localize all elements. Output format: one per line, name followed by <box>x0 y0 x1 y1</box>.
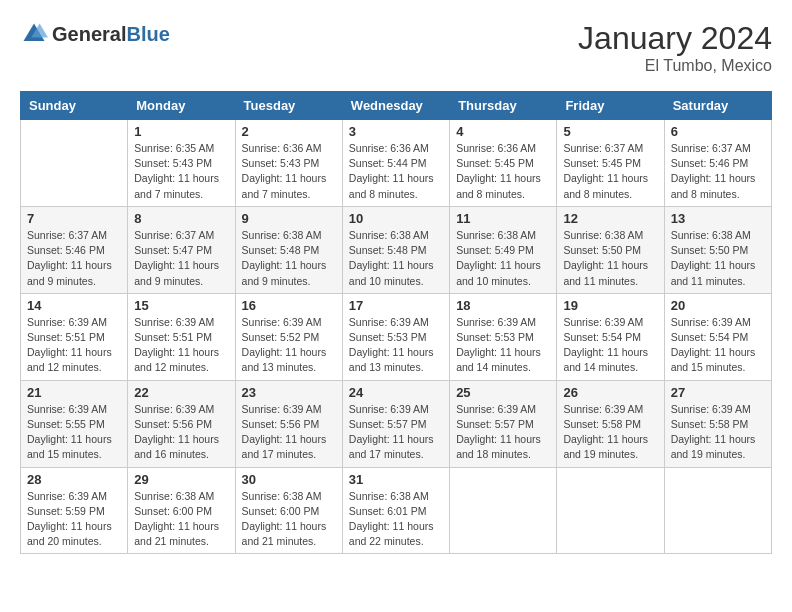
day-info: Sunrise: 6:38 AM Sunset: 6:01 PM Dayligh… <box>349 489 443 550</box>
calendar-cell: 15Sunrise: 6:39 AM Sunset: 5:51 PM Dayli… <box>128 293 235 380</box>
day-number: 19 <box>563 298 657 313</box>
title-block: January 2024 El Tumbo, Mexico <box>578 20 772 75</box>
logo-text: GeneralBlue <box>52 23 170 46</box>
day-info: Sunrise: 6:37 AM Sunset: 5:46 PM Dayligh… <box>27 228 121 289</box>
weekday-header-cell: Saturday <box>664 92 771 120</box>
day-number: 11 <box>456 211 550 226</box>
calendar-cell: 8Sunrise: 6:37 AM Sunset: 5:47 PM Daylig… <box>128 206 235 293</box>
calendar-body: 1Sunrise: 6:35 AM Sunset: 5:43 PM Daylig… <box>21 120 772 554</box>
calendar-cell: 29Sunrise: 6:38 AM Sunset: 6:00 PM Dayli… <box>128 467 235 554</box>
weekday-header-cell: Thursday <box>450 92 557 120</box>
calendar-cell: 16Sunrise: 6:39 AM Sunset: 5:52 PM Dayli… <box>235 293 342 380</box>
calendar-cell: 6Sunrise: 6:37 AM Sunset: 5:46 PM Daylig… <box>664 120 771 207</box>
weekday-header-cell: Wednesday <box>342 92 449 120</box>
weekday-header-cell: Friday <box>557 92 664 120</box>
day-info: Sunrise: 6:39 AM Sunset: 5:54 PM Dayligh… <box>563 315 657 376</box>
weekday-header-cell: Monday <box>128 92 235 120</box>
day-number: 13 <box>671 211 765 226</box>
day-info: Sunrise: 6:36 AM Sunset: 5:45 PM Dayligh… <box>456 141 550 202</box>
day-info: Sunrise: 6:39 AM Sunset: 5:52 PM Dayligh… <box>242 315 336 376</box>
day-info: Sunrise: 6:39 AM Sunset: 5:56 PM Dayligh… <box>242 402 336 463</box>
day-number: 26 <box>563 385 657 400</box>
calendar-row: 1Sunrise: 6:35 AM Sunset: 5:43 PM Daylig… <box>21 120 772 207</box>
day-number: 2 <box>242 124 336 139</box>
day-info: Sunrise: 6:39 AM Sunset: 5:58 PM Dayligh… <box>563 402 657 463</box>
calendar-cell: 17Sunrise: 6:39 AM Sunset: 5:53 PM Dayli… <box>342 293 449 380</box>
calendar-cell: 20Sunrise: 6:39 AM Sunset: 5:54 PM Dayli… <box>664 293 771 380</box>
day-number: 6 <box>671 124 765 139</box>
calendar-cell: 28Sunrise: 6:39 AM Sunset: 5:59 PM Dayli… <box>21 467 128 554</box>
logo-general: General <box>52 23 126 45</box>
day-number: 17 <box>349 298 443 313</box>
day-number: 3 <box>349 124 443 139</box>
day-info: Sunrise: 6:39 AM Sunset: 5:58 PM Dayligh… <box>671 402 765 463</box>
calendar-cell: 25Sunrise: 6:39 AM Sunset: 5:57 PM Dayli… <box>450 380 557 467</box>
calendar-cell: 5Sunrise: 6:37 AM Sunset: 5:45 PM Daylig… <box>557 120 664 207</box>
day-number: 4 <box>456 124 550 139</box>
calendar-cell: 14Sunrise: 6:39 AM Sunset: 5:51 PM Dayli… <box>21 293 128 380</box>
weekday-header-cell: Sunday <box>21 92 128 120</box>
day-info: Sunrise: 6:39 AM Sunset: 5:57 PM Dayligh… <box>456 402 550 463</box>
day-number: 14 <box>27 298 121 313</box>
day-number: 23 <box>242 385 336 400</box>
calendar-cell: 24Sunrise: 6:39 AM Sunset: 5:57 PM Dayli… <box>342 380 449 467</box>
weekday-header-row: SundayMondayTuesdayWednesdayThursdayFrid… <box>21 92 772 120</box>
weekday-header-cell: Tuesday <box>235 92 342 120</box>
day-number: 1 <box>134 124 228 139</box>
calendar-cell: 10Sunrise: 6:38 AM Sunset: 5:48 PM Dayli… <box>342 206 449 293</box>
calendar-cell: 1Sunrise: 6:35 AM Sunset: 5:43 PM Daylig… <box>128 120 235 207</box>
day-info: Sunrise: 6:39 AM Sunset: 5:56 PM Dayligh… <box>134 402 228 463</box>
month-title: January 2024 <box>578 20 772 57</box>
day-info: Sunrise: 6:39 AM Sunset: 5:59 PM Dayligh… <box>27 489 121 550</box>
day-info: Sunrise: 6:38 AM Sunset: 5:50 PM Dayligh… <box>671 228 765 289</box>
day-number: 27 <box>671 385 765 400</box>
day-info: Sunrise: 6:38 AM Sunset: 6:00 PM Dayligh… <box>242 489 336 550</box>
day-info: Sunrise: 6:37 AM Sunset: 5:47 PM Dayligh… <box>134 228 228 289</box>
calendar-cell <box>557 467 664 554</box>
calendar-row: 28Sunrise: 6:39 AM Sunset: 5:59 PM Dayli… <box>21 467 772 554</box>
day-number: 21 <box>27 385 121 400</box>
day-info: Sunrise: 6:36 AM Sunset: 5:43 PM Dayligh… <box>242 141 336 202</box>
calendar-table: SundayMondayTuesdayWednesdayThursdayFrid… <box>20 91 772 554</box>
day-info: Sunrise: 6:39 AM Sunset: 5:57 PM Dayligh… <box>349 402 443 463</box>
day-number: 10 <box>349 211 443 226</box>
calendar-row: 21Sunrise: 6:39 AM Sunset: 5:55 PM Dayli… <box>21 380 772 467</box>
day-info: Sunrise: 6:37 AM Sunset: 5:45 PM Dayligh… <box>563 141 657 202</box>
day-info: Sunrise: 6:35 AM Sunset: 5:43 PM Dayligh… <box>134 141 228 202</box>
day-info: Sunrise: 6:39 AM Sunset: 5:53 PM Dayligh… <box>349 315 443 376</box>
logo-blue: Blue <box>126 23 169 45</box>
page-header: GeneralBlue January 2024 El Tumbo, Mexic… <box>20 20 772 75</box>
day-info: Sunrise: 6:37 AM Sunset: 5:46 PM Dayligh… <box>671 141 765 202</box>
calendar-cell: 12Sunrise: 6:38 AM Sunset: 5:50 PM Dayli… <box>557 206 664 293</box>
logo-icon <box>20 20 48 48</box>
calendar-cell: 23Sunrise: 6:39 AM Sunset: 5:56 PM Dayli… <box>235 380 342 467</box>
calendar-cell <box>21 120 128 207</box>
day-number: 20 <box>671 298 765 313</box>
calendar-cell: 7Sunrise: 6:37 AM Sunset: 5:46 PM Daylig… <box>21 206 128 293</box>
calendar-cell: 27Sunrise: 6:39 AM Sunset: 5:58 PM Dayli… <box>664 380 771 467</box>
location-title: El Tumbo, Mexico <box>578 57 772 75</box>
calendar-cell <box>450 467 557 554</box>
calendar-cell: 13Sunrise: 6:38 AM Sunset: 5:50 PM Dayli… <box>664 206 771 293</box>
day-info: Sunrise: 6:39 AM Sunset: 5:51 PM Dayligh… <box>134 315 228 376</box>
day-number: 24 <box>349 385 443 400</box>
calendar-cell: 26Sunrise: 6:39 AM Sunset: 5:58 PM Dayli… <box>557 380 664 467</box>
calendar-cell: 18Sunrise: 6:39 AM Sunset: 5:53 PM Dayli… <box>450 293 557 380</box>
calendar-cell: 21Sunrise: 6:39 AM Sunset: 5:55 PM Dayli… <box>21 380 128 467</box>
calendar-cell: 31Sunrise: 6:38 AM Sunset: 6:01 PM Dayli… <box>342 467 449 554</box>
calendar-cell: 3Sunrise: 6:36 AM Sunset: 5:44 PM Daylig… <box>342 120 449 207</box>
calendar-cell: 2Sunrise: 6:36 AM Sunset: 5:43 PM Daylig… <box>235 120 342 207</box>
day-number: 12 <box>563 211 657 226</box>
calendar-cell: 19Sunrise: 6:39 AM Sunset: 5:54 PM Dayli… <box>557 293 664 380</box>
calendar-cell: 4Sunrise: 6:36 AM Sunset: 5:45 PM Daylig… <box>450 120 557 207</box>
day-info: Sunrise: 6:36 AM Sunset: 5:44 PM Dayligh… <box>349 141 443 202</box>
calendar-row: 14Sunrise: 6:39 AM Sunset: 5:51 PM Dayli… <box>21 293 772 380</box>
day-info: Sunrise: 6:39 AM Sunset: 5:55 PM Dayligh… <box>27 402 121 463</box>
day-number: 25 <box>456 385 550 400</box>
day-number: 7 <box>27 211 121 226</box>
calendar-cell <box>664 467 771 554</box>
day-info: Sunrise: 6:39 AM Sunset: 5:54 PM Dayligh… <box>671 315 765 376</box>
day-number: 29 <box>134 472 228 487</box>
day-info: Sunrise: 6:38 AM Sunset: 5:48 PM Dayligh… <box>242 228 336 289</box>
logo: GeneralBlue <box>20 20 170 48</box>
